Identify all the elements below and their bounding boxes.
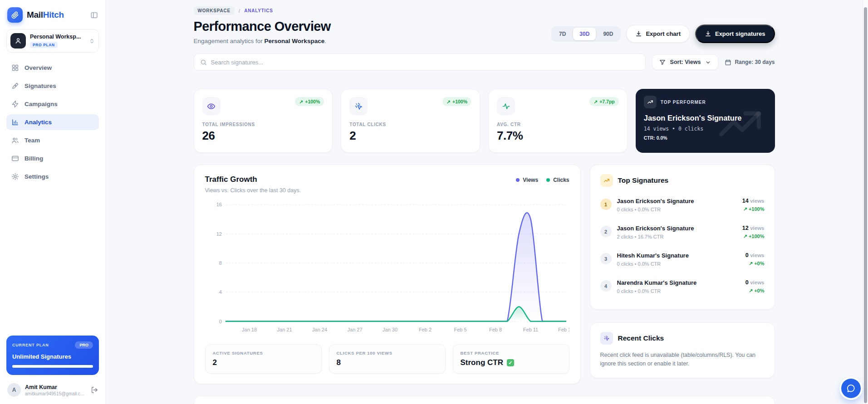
chart-heading: Traffic Growth Views vs. Clicks over the… bbox=[205, 175, 301, 194]
user-info: Amit Kumar amitkumar949515@gmail.c... bbox=[25, 384, 84, 396]
sort-dropdown[interactable]: Sort: Views bbox=[652, 54, 719, 70]
svg-text:Feb 2: Feb 2 bbox=[418, 327, 431, 332]
chat-widget-button[interactable] bbox=[841, 379, 861, 398]
sidebar-collapse-icon[interactable] bbox=[90, 11, 98, 19]
export-signatures-label: Export signatures bbox=[715, 30, 765, 37]
delta-value: +100% bbox=[305, 99, 320, 104]
stat-card-total-clicks: ↗+100% TOTAL CLICKS 2 bbox=[341, 89, 480, 153]
chevron-down-icon bbox=[705, 59, 711, 65]
signature-info: Jason Erickson's Signature 0 clicks • 0.… bbox=[617, 198, 694, 212]
legend-dot-clicks bbox=[546, 178, 550, 182]
top-signatures-list: 1 Jason Erickson's Signature 0 clicks • … bbox=[600, 191, 765, 300]
sidebar-item-label: Billing bbox=[25, 155, 43, 162]
range-30d-button[interactable]: 30D bbox=[573, 28, 596, 40]
list-item[interactable]: 3 Hitesh Kumar's Signature 0 clicks • 0.… bbox=[600, 246, 765, 273]
svg-text:Jan 27: Jan 27 bbox=[347, 327, 362, 332]
subtitle-workspace-name: Personal Workspace bbox=[265, 38, 325, 44]
list-item[interactable]: 4 Narendra Kumar's Signature 0 clicks • … bbox=[600, 273, 765, 300]
export-chart-button[interactable]: Export chart bbox=[626, 25, 690, 43]
mini-stat-label: ACTIVE SIGNATURES bbox=[213, 350, 314, 355]
eye-icon bbox=[202, 97, 221, 115]
gear-icon bbox=[11, 173, 19, 180]
cursor-click-icon bbox=[600, 332, 613, 345]
signature-stats: 0 views ↗ +0% bbox=[745, 252, 765, 267]
trending-up-icon bbox=[600, 174, 613, 187]
sidebar-item-signatures[interactable]: Signatures bbox=[6, 78, 99, 94]
signature-delta: ↗ +0% bbox=[745, 261, 765, 267]
app-root: MailHitch Personal Worksp... PRO PLAN Ov… bbox=[0, 0, 868, 404]
plan-usage-bar-fill bbox=[12, 365, 93, 368]
recent-clicks-panel: Recent Clicks Recent click feed is unava… bbox=[590, 322, 775, 378]
svg-text:Feb 14: Feb 14 bbox=[558, 327, 569, 332]
breadcrumb-workspace[interactable]: WORKSPACE bbox=[194, 6, 235, 15]
rank-badge: 3 bbox=[600, 253, 612, 264]
list-item[interactable]: 1 Jason Erickson's Signature 0 clicks • … bbox=[600, 191, 765, 219]
stats-row: ↗+100% TOTAL IMPRESSIONS 26 ↗+100% TOTAL… bbox=[194, 89, 775, 153]
workspace-selector[interactable]: Personal Worksp... PRO PLAN bbox=[6, 29, 99, 53]
mini-stat-value: 8 bbox=[337, 358, 438, 367]
range-indicator[interactable]: Range: 30 days bbox=[725, 59, 775, 66]
delta-value: +100% bbox=[452, 99, 467, 104]
dashboard-grid: Traffic Growth Views vs. Clicks over the… bbox=[194, 165, 775, 384]
sidebar-item-campaigns[interactable]: Campaigns bbox=[6, 96, 99, 112]
views-count: 0 bbox=[745, 279, 749, 286]
brand-logo-icon bbox=[7, 7, 23, 23]
avatar: A bbox=[7, 383, 21, 397]
cursor-click-icon bbox=[349, 97, 368, 115]
sidebar-item-overview[interactable]: Overview bbox=[6, 60, 99, 76]
filter-toolbar: Sort: Views Range: 30 days bbox=[194, 54, 775, 71]
sidebar-item-team[interactable]: Team bbox=[6, 132, 99, 148]
breadcrumb-separator: / bbox=[239, 8, 240, 14]
signature-stats: 0 views ↗ +0% bbox=[745, 279, 765, 294]
sidebar-item-label: Campaigns bbox=[25, 101, 58, 107]
trend-up-arrow: ↗ bbox=[749, 288, 753, 293]
range-label: Range: 30 days bbox=[735, 59, 775, 65]
scrollbar-thumb[interactable] bbox=[864, 7, 867, 403]
trend-up-arrow: ↗ bbox=[593, 99, 598, 104]
breadcrumb-analytics: ANALYTICS bbox=[244, 8, 273, 13]
brand-header: MailHitch bbox=[6, 6, 99, 29]
user-name: Amit Kumar bbox=[25, 384, 84, 390]
workspace-plan-badge: PRO PLAN bbox=[30, 42, 58, 48]
check-icon: ✓ bbox=[507, 359, 514, 366]
pen-nib-icon bbox=[11, 82, 19, 90]
user-account[interactable]: A Amit Kumar amitkumar949515@gmail.c... bbox=[6, 381, 99, 399]
sidebar-item-billing[interactable]: Billing bbox=[6, 151, 99, 166]
export-signatures-button[interactable]: Export signatures bbox=[695, 24, 775, 43]
mini-stat-best-practice: BEST PRACTICE Strong CTR✓ bbox=[453, 344, 569, 374]
signature-delta: ↗ +100% bbox=[742, 234, 765, 239]
brand-name-primary: Mail bbox=[27, 10, 43, 19]
svg-text:12: 12 bbox=[216, 231, 221, 237]
trend-up-arrow: ↗ bbox=[446, 99, 451, 104]
traffic-growth-card: Traffic Growth Views vs. Clicks over the… bbox=[194, 165, 581, 384]
logout-icon[interactable] bbox=[91, 386, 98, 394]
list-item[interactable]: 2 Jason Erickson's Signature 2 clicks • … bbox=[600, 219, 765, 246]
mini-stat-active-signatures: ACTIVE SIGNATURES 2 bbox=[205, 344, 322, 374]
trending-up-icon bbox=[644, 96, 657, 108]
sidebar-item-settings[interactable]: Settings bbox=[6, 169, 99, 185]
download-icon bbox=[705, 30, 711, 37]
signature-delta: ↗ +100% bbox=[742, 206, 765, 212]
search-input[interactable] bbox=[211, 59, 639, 66]
stat-card-avg-ctr: ↗+7.7pp AVG. CTR 7.7% bbox=[488, 89, 628, 153]
header-controls: 7D 30D 90D Export chart Export signature… bbox=[551, 24, 775, 43]
page-title: Performance Overview bbox=[194, 19, 331, 34]
brand-name: MailHitch bbox=[27, 10, 64, 20]
range-90d-button[interactable]: 90D bbox=[597, 28, 619, 40]
delta-value: +7.7pp bbox=[599, 99, 615, 104]
page-scrollbar bbox=[863, 0, 868, 404]
activity-icon bbox=[497, 97, 515, 115]
stat-label: TOTAL IMPRESSIONS bbox=[202, 122, 324, 127]
rank-badge: 2 bbox=[600, 226, 612, 237]
plan-usage-bar bbox=[12, 365, 93, 368]
sidebar-item-analytics[interactable]: Analytics bbox=[6, 114, 99, 130]
sort-label: Sort: Views bbox=[670, 59, 701, 65]
views-count: 14 bbox=[742, 198, 749, 204]
range-7d-button[interactable]: 7D bbox=[553, 28, 572, 40]
trend-up-arrow: ↗ bbox=[299, 99, 303, 104]
subtitle-prefix: Engagement analytics for bbox=[194, 38, 265, 44]
delta-badge: ↗+7.7pp bbox=[589, 97, 618, 106]
sidebar-item-label: Analytics bbox=[25, 119, 52, 126]
panel-title: Recent Clicks bbox=[618, 334, 664, 342]
top-performer-card: TOP PERFORMER Jason Erickson's Signature… bbox=[636, 89, 775, 153]
